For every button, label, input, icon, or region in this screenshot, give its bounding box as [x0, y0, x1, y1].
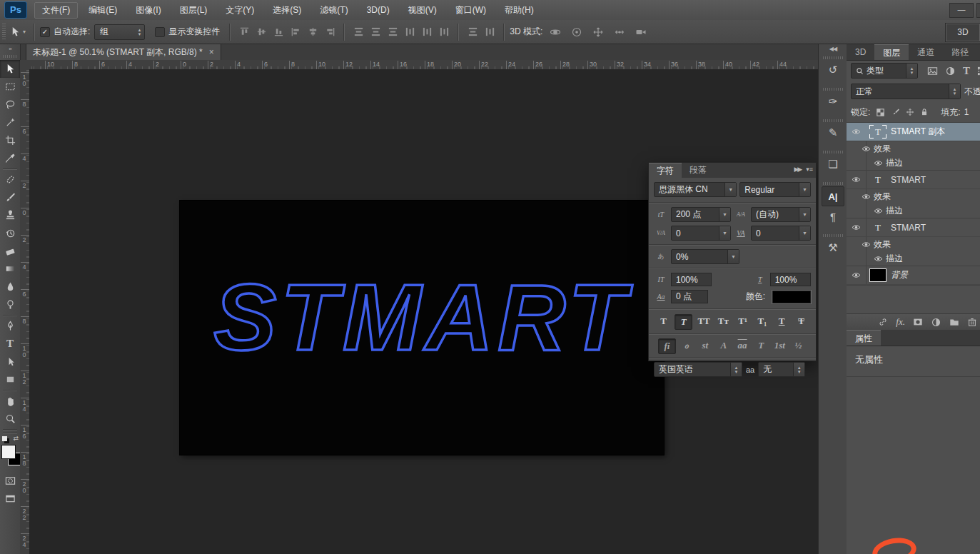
tab-properties[interactable]: 属性: [847, 330, 881, 346]
eraser-tool[interactable]: [0, 242, 20, 260]
clone-stamp-panel-panel-icon[interactable]: ❏: [822, 155, 844, 173]
clone-stamp-tool[interactable]: [0, 206, 20, 224]
stylistic-alternates-button[interactable]: aa: [734, 338, 751, 353]
language-dropdown[interactable]: 英国英语 ▲▼: [654, 362, 742, 377]
blur-tool[interactable]: [0, 278, 20, 296]
subscript-button[interactable]: T₁: [754, 314, 770, 328]
discretionary-ligatures-button[interactable]: st: [697, 338, 713, 353]
font-family-dropdown[interactable]: 思源黑体 CN ▼: [654, 182, 737, 197]
lasso-tool[interactable]: [0, 96, 20, 114]
faux-italic-button[interactable]: T: [675, 314, 692, 330]
brush-presets-panel-icon[interactable]: ✑: [822, 92, 844, 111]
contextual-alternates-button[interactable]: ℴ: [678, 338, 694, 353]
tab-paragraph[interactable]: 段落: [682, 163, 714, 178]
blend-mode-dropdown[interactable]: 正常 ▲▼: [851, 84, 961, 99]
path-selection-tool[interactable]: [0, 353, 20, 371]
dodge-tool[interactable]: [0, 296, 20, 313]
maximize-button[interactable]: [976, 3, 980, 18]
minimize-button[interactable]: —: [949, 3, 974, 18]
align-right-icon[interactable]: [323, 25, 337, 39]
visibility-eye-icon[interactable]: [847, 272, 866, 278]
distribute-hspace-icon[interactable]: [483, 25, 497, 39]
current-tool-badge[interactable]: ▾: [10, 26, 26, 37]
visibility-eye-icon[interactable]: [847, 176, 866, 183]
menu-item-3[interactable]: 图像(I): [128, 2, 168, 19]
horizontal-scale-input[interactable]: 100%: [770, 273, 811, 286]
lock-all-icon[interactable]: [920, 108, 929, 116]
brushes-panel-icon[interactable]: ✎: [822, 124, 844, 142]
add-mask-icon[interactable]: [913, 317, 923, 327]
layer-thumbnail[interactable]: [869, 268, 886, 282]
menu-item-4[interactable]: 图层(L): [172, 2, 216, 19]
vertical-ruler[interactable]: 108642024681012141618202224: [20, 69, 30, 554]
layer-effect-row[interactable]: 效果: [847, 189, 980, 203]
tab-通道[interactable]: 通道: [909, 44, 943, 60]
layer-thumbnail[interactable]: T: [869, 173, 886, 186]
layer-name[interactable]: STMART 副本: [891, 126, 945, 138]
rotate-3d-camera-icon[interactable]: [548, 25, 562, 39]
distribute-right-icon[interactable]: [437, 25, 451, 39]
swap-colors-icon[interactable]: ⇄: [13, 435, 19, 442]
quick-selection-tool[interactable]: [0, 114, 20, 131]
visibility-eye-icon[interactable]: [847, 208, 886, 214]
leading-dropdown[interactable]: (自动) ▼: [751, 207, 811, 222]
type-filter-icon[interactable]: T: [963, 65, 970, 77]
visibility-eye-icon[interactable]: [847, 224, 866, 231]
toolbar-collapse-icon[interactable]: »: [0, 44, 20, 54]
link-layers-icon[interactable]: [878, 317, 888, 327]
slide-3d-camera-icon[interactable]: [612, 25, 627, 39]
align-vcenter-icon[interactable]: [254, 25, 268, 39]
quick-mask-button[interactable]: [0, 472, 20, 490]
superscript-button[interactable]: T¹: [734, 314, 751, 328]
character-panel-icon[interactable]: A|: [822, 186, 844, 206]
visibility-eye-icon[interactable]: [847, 193, 874, 200]
roll-3d-camera-icon[interactable]: [570, 25, 584, 39]
menu-item-1[interactable]: 文件(F): [34, 2, 78, 19]
panel-collapse-icon[interactable]: ▶▶: [794, 166, 801, 173]
lock-position-icon[interactable]: [906, 108, 914, 116]
pixel-filter-icon[interactable]: [927, 66, 938, 76]
align-hcenter-icon[interactable]: [305, 25, 320, 39]
layer-row[interactable]: TSTMART: [847, 218, 980, 237]
font-size-dropdown[interactable]: 200 点 ▼: [671, 207, 731, 222]
ordinals-button[interactable]: 1st: [772, 338, 788, 353]
auto-select-checkbox[interactable]: ✓: [40, 27, 50, 37]
layer-effect-row[interactable]: 描边: [847, 251, 980, 266]
layer-row[interactable]: TSTMART: [847, 171, 980, 189]
brush-tool[interactable]: [0, 188, 20, 206]
strikethrough-button[interactable]: T: [793, 314, 809, 328]
zoom-tool[interactable]: [0, 410, 20, 428]
menu-item-9[interactable]: 视图(V): [400, 2, 445, 19]
faux-bold-button[interactable]: T: [655, 314, 672, 328]
lock-transparency-icon[interactable]: [875, 107, 886, 118]
show-transform-checkbox[interactable]: [155, 27, 165, 37]
underline-button[interactable]: T: [774, 314, 790, 328]
gradient-tool[interactable]: [0, 260, 20, 278]
swash-button[interactable]: A: [715, 338, 732, 353]
layer-effect-row[interactable]: 描边: [847, 203, 980, 218]
visibility-eye-icon[interactable]: [847, 146, 874, 152]
adjustment-filter-icon[interactable]: [945, 66, 956, 76]
type-tool[interactable]: T: [0, 335, 20, 353]
standard-ligatures-button[interactable]: fi: [658, 338, 676, 354]
shape-filter-icon[interactable]: [977, 66, 980, 76]
text-color-swatch[interactable]: [772, 291, 811, 303]
adjustment-layer-icon[interactable]: [931, 317, 941, 328]
anti-alias-dropdown[interactable]: 无 ▲▼: [758, 362, 805, 377]
layer-effect-row[interactable]: 描边: [847, 156, 980, 170]
layer-row[interactable]: 背景: [847, 266, 980, 285]
delete-layer-icon[interactable]: [967, 317, 977, 327]
visibility-eye-icon[interactable]: [847, 241, 874, 248]
move-tool[interactable]: [0, 60, 20, 78]
crop-tool[interactable]: [0, 131, 20, 149]
distribute-top-icon[interactable]: [351, 25, 365, 39]
rectangular-marquee-tool[interactable]: [0, 78, 20, 96]
align-top-icon[interactable]: [237, 25, 251, 39]
workspace-3d-button[interactable]: 3D: [946, 24, 980, 41]
dock-collapse-icon[interactable]: ◀◀: [819, 44, 847, 54]
new-group-icon[interactable]: [949, 317, 959, 327]
rectangle-tool[interactable]: [0, 371, 20, 388]
menu-item-6[interactable]: 选择(S): [265, 2, 309, 19]
tab-character[interactable]: 字符: [649, 163, 682, 178]
vertical-scale-input[interactable]: 100%: [671, 273, 712, 286]
